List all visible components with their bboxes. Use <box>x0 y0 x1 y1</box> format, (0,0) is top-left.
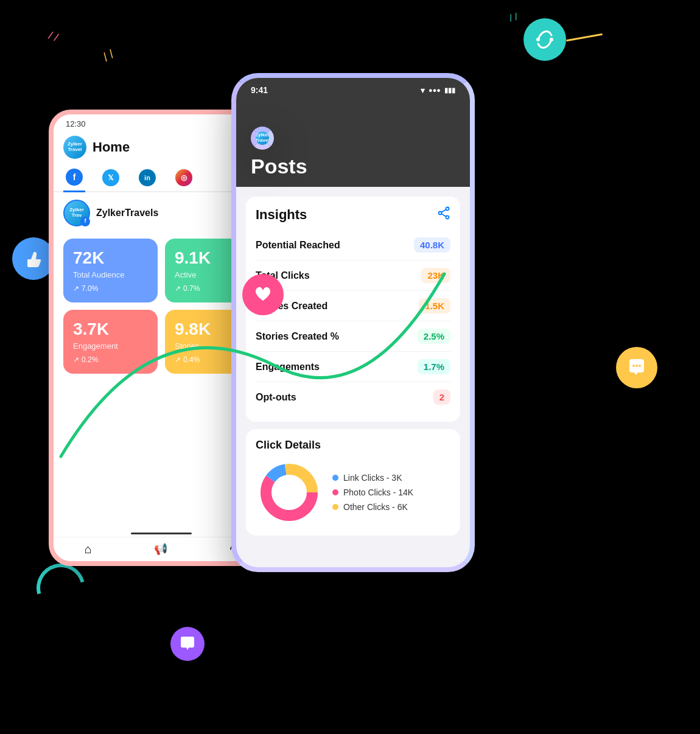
stat-card-audience: 72K Total Audience ↗ 7.0% <box>63 239 158 302</box>
ios-phone: 9:41 ▾ ●●● ▮▮▮ Zylker Travel Posts Insig… <box>231 73 475 572</box>
insight-row-stories-pct: Stories Created % 2.5% <box>256 321 450 352</box>
ios-notch <box>313 78 393 96</box>
tab-facebook[interactable]: f <box>63 164 85 192</box>
insight-value-stories-pct: 2.5% <box>418 329 450 344</box>
svg-line-8 <box>441 209 446 212</box>
insight-value-clicks: 23K <box>421 268 450 283</box>
twitter-icon: 𝕏 <box>102 169 119 186</box>
insights-card: Insights Potential Reached 40.8K To <box>246 197 460 422</box>
svg-point-3 <box>635 365 638 367</box>
deco-teal-coin <box>523 18 566 61</box>
ios-notch-area: 9:41 ▾ ●●● ▮▮▮ <box>236 78 470 127</box>
legend-dot-link <box>332 475 338 481</box>
insight-value-engagements: 1.7% <box>418 359 450 374</box>
android-account-name: ZylkerTravels <box>96 208 158 218</box>
android-account-avatar: Zylker Trav f <box>63 200 90 226</box>
nav-announce-icon[interactable]: 📢 <box>154 542 167 556</box>
legend-item-other: Other Clicks - 6K <box>332 502 413 512</box>
stat-engagement-trend: ↗ 0.2% <box>73 355 148 364</box>
svg-point-2 <box>632 365 635 367</box>
stat-audience-value: 72K <box>73 248 148 268</box>
nav-home-icon[interactable]: ⌂ <box>85 542 92 556</box>
fb-badge: f <box>80 217 90 226</box>
insight-row-potential-reached: Potential Reached 40.8K <box>256 230 450 260</box>
insight-label-potential: Potential Reached <box>256 240 340 251</box>
legend-dot-other <box>332 504 338 510</box>
facebook-icon: f <box>66 169 83 186</box>
deco-teal-dashes: / / <box>508 12 519 24</box>
insight-value-optouts: 2 <box>433 390 450 405</box>
android-logo: Zylker Travel <box>63 136 86 159</box>
svg-point-13 <box>273 477 305 508</box>
ios-time: 9:41 <box>251 85 268 95</box>
legend-label-other: Other Clicks - 6K <box>343 502 408 512</box>
stat-card-engagement: 3.7K Engagement ↗ 0.2% <box>63 310 158 374</box>
stat-audience-label: Total Audience <box>73 270 148 279</box>
deco-yellow-bubble <box>616 347 657 388</box>
android-home-indicator <box>131 533 192 534</box>
insight-row-total-clicks: Total Clicks 23K <box>256 260 450 291</box>
insight-row-engagements: Engagements 1.7% <box>256 352 450 382</box>
legend-label-photo: Photo Clicks - 14K <box>343 488 413 497</box>
insights-header: Insights <box>256 206 450 223</box>
deco-yellow-dashes: / / <box>100 47 116 64</box>
tab-twitter[interactable]: 𝕏 <box>100 164 122 191</box>
ios-header-area: Zylker Travel Posts <box>236 127 470 187</box>
tab-instagram[interactable]: ◎ <box>173 164 195 191</box>
click-details-card: Click Details Link Clic <box>246 429 460 536</box>
click-details-title: Click Details <box>256 439 450 452</box>
linkedin-icon: in <box>139 169 156 186</box>
android-title: Home <box>93 139 130 155</box>
deco-yellow-line <box>566 33 603 41</box>
insights-title: Insights <box>256 207 307 223</box>
ios-posts-title: Posts <box>251 150 455 178</box>
ios-signal-icon: ●●● <box>429 86 441 94</box>
deco-pink-dashes: / / <box>47 29 60 44</box>
donut-chart <box>256 459 323 526</box>
ios-content: Insights Potential Reached 40.8K To <box>236 187 470 545</box>
insight-value-potential: 40.8K <box>414 237 450 253</box>
svg-point-7 <box>446 216 449 219</box>
trend-arrow: ↗ <box>73 355 79 364</box>
click-details-content: Link Clicks - 3K Photo Clicks - 14K Othe… <box>256 459 450 526</box>
click-details-legend: Link Clicks - 3K Photo Clicks - 14K Othe… <box>332 473 413 512</box>
android-time: 12:30 <box>66 119 86 128</box>
svg-point-5 <box>446 208 449 211</box>
ios-status-icons: ▾ ●●● ▮▮▮ <box>421 85 455 95</box>
trend-arrow: ↗ <box>73 284 79 293</box>
ios-wifi-icon: ▾ <box>421 86 425 95</box>
svg-point-0 <box>536 38 540 41</box>
insight-value-stories: 1.5K <box>419 298 450 313</box>
svg-point-4 <box>639 365 641 367</box>
stat-audience-trend: ↗ 7.0% <box>73 284 148 293</box>
insight-label-engagements: Engagements <box>256 362 320 372</box>
share-icon[interactable] <box>437 206 450 223</box>
legend-dot-photo <box>332 489 338 495</box>
stat-engagement-label: Engagement <box>73 341 148 351</box>
legend-item-link: Link Clicks - 3K <box>332 473 413 483</box>
svg-point-1 <box>550 38 553 41</box>
trend-arrow: ↗ <box>175 284 181 293</box>
svg-point-6 <box>439 212 442 215</box>
svg-line-9 <box>441 214 446 217</box>
deco-pink-heart <box>242 274 284 315</box>
legend-label-link: Link Clicks - 3K <box>343 473 402 483</box>
ios-app-logo: Zylker Travel <box>251 127 274 150</box>
instagram-icon: ◎ <box>175 169 192 186</box>
stat-engagement-value: 3.7K <box>73 320 148 339</box>
insight-row-stories-created: Stories Created 1.5K <box>256 291 450 321</box>
insight-label-stories-pct: Stories Created % <box>256 331 339 342</box>
insight-label-optouts: Opt-outs <box>256 392 296 403</box>
ios-battery-icon: ▮▮▮ <box>444 86 455 94</box>
trend-arrow: ↗ <box>175 355 181 364</box>
legend-item-photo: Photo Clicks - 14K <box>332 488 413 497</box>
tab-linkedin[interactable]: in <box>136 164 158 191</box>
insight-row-optouts: Opt-outs 2 <box>256 382 450 412</box>
deco-purple-bubble <box>170 627 205 661</box>
